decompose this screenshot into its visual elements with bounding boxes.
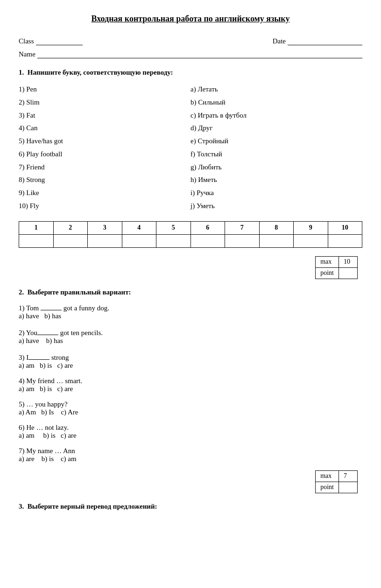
grid-header-9: 9: [294, 221, 328, 234]
list-item: a) Летать: [190, 83, 362, 96]
question-4: 4) My friend … smart. a) am b) is c) are: [19, 377, 362, 393]
score-area-1: max 10 point: [19, 256, 362, 284]
list-item: 6) Play football: [19, 148, 190, 161]
list-item: 2) Slim: [19, 96, 190, 109]
section1: 1. Напишите букву, соответствующую перев…: [19, 69, 362, 284]
date-input[interactable]: [288, 37, 362, 45]
date-field: Date: [273, 37, 362, 45]
vocab-right-col: a) Летать b) Сильный c) Играть в футбол …: [190, 83, 362, 213]
grid-header-3: 3: [88, 221, 122, 234]
point-value-2[interactable]: [339, 482, 358, 493]
list-item: 8) Strong: [19, 174, 190, 187]
class-field: Class: [19, 37, 83, 45]
section2-title: 2. Выберите правильный вариант:: [19, 288, 362, 296]
grid-header-2: 2: [53, 221, 88, 234]
question-6-text: 6) He … not lazy.: [19, 424, 362, 432]
question-1-options: a) have b) has: [19, 312, 362, 320]
grid-header-7: 7: [225, 221, 260, 234]
grid-header-1: 1: [19, 221, 54, 234]
header-row: Class Date: [19, 37, 362, 45]
score-area-2: max 7 point: [19, 470, 362, 498]
score-table-1: max 10 point: [315, 256, 358, 279]
question-2-options: a) have b) has: [19, 337, 362, 345]
list-item: h) Иметь: [190, 174, 362, 187]
answer-cell-7[interactable]: [225, 234, 260, 247]
answer-cell-3[interactable]: [88, 234, 122, 247]
list-item: b) Сильный: [190, 96, 362, 109]
blank-2[interactable]: [37, 328, 58, 335]
answer-grid: 1 2 3 4 5 6 7 8 9 10: [19, 221, 362, 248]
answer-cell-6[interactable]: [190, 234, 225, 247]
page-title: Входная контрольная работа по английском…: [19, 14, 362, 24]
grid-header-8: 8: [259, 221, 294, 234]
vocab-table: 1) Pen 2) Slim 3) Fat 4) Can 5) Have/has…: [19, 83, 362, 213]
question-3-options: a) am b) is c) are: [19, 362, 362, 370]
section2-number: 2.: [19, 288, 24, 296]
question-2: 2) You got ten pencils. a) have b) has: [19, 328, 362, 345]
list-item: e) Стройный: [190, 135, 362, 148]
vocab-left-col: 1) Pen 2) Slim 3) Fat 4) Can 5) Have/has…: [19, 83, 190, 213]
list-item: 1) Pen: [19, 83, 190, 96]
grid-header-6: 6: [190, 221, 225, 234]
list-item: 3) Fat: [19, 109, 190, 122]
section3-title: 3. Выберите верный перевод предложений:: [19, 503, 362, 511]
grid-header-4: 4: [122, 221, 156, 234]
question-1-text: 1) Tom got a funny dog.: [19, 303, 362, 312]
list-item: f) Толстый: [190, 148, 362, 161]
date-label: Date: [273, 37, 286, 45]
list-item: g) Любить: [190, 161, 362, 174]
blank-1[interactable]: [41, 303, 62, 310]
question-1: 1) Tom got a funny dog. a) have b) has: [19, 303, 362, 320]
question-3-text: 3) I strong: [19, 352, 362, 362]
list-item: 4) Can: [19, 122, 190, 135]
question-7-options: a) are b) is c) am: [19, 455, 362, 463]
max-label-2: max: [316, 470, 339, 482]
name-row: Name: [19, 50, 362, 58]
class-input[interactable]: [36, 37, 83, 45]
point-label-2: point: [316, 482, 339, 493]
question-6-options: a) am b) is c) are: [19, 432, 362, 440]
section2-instruction: Выберите правильный вариант:: [28, 288, 131, 296]
question-7: 7) My name … Ann a) are b) is c) am: [19, 447, 362, 463]
answer-cell-2[interactable]: [53, 234, 88, 247]
answer-cell-9[interactable]: [294, 234, 328, 247]
answer-cell-5[interactable]: [156, 234, 191, 247]
section1-title: 1. Напишите букву, соответствующую перев…: [19, 69, 362, 77]
question-5: 5) … you happy? a) Am b) Is c) Are: [19, 400, 362, 416]
question-3: 3) I strong a) am b) is c) are: [19, 352, 362, 370]
list-item: 10) Fly: [19, 200, 190, 213]
question-5-text: 5) … you happy?: [19, 400, 362, 408]
class-label: Class: [19, 37, 34, 45]
list-item: 5) Have/has got: [19, 135, 190, 148]
answer-cell-1[interactable]: [19, 234, 54, 247]
answer-cell-4[interactable]: [122, 234, 156, 247]
section3-instruction: Выберите верный перевод предложений:: [28, 503, 157, 510]
point-label-1: point: [316, 267, 339, 279]
list-item: 7) Friend: [19, 161, 190, 174]
question-4-options: a) am b) is c) are: [19, 385, 362, 393]
question-6: 6) He … not lazy. a) am b) is c) are: [19, 424, 362, 440]
grid-header-5: 5: [156, 221, 191, 234]
blank-3[interactable]: [28, 352, 49, 360]
list-item: 9) Like: [19, 187, 190, 200]
answer-cell-8[interactable]: [259, 234, 294, 247]
section2: 2. Выберите правильный вариант: 1) Tom g…: [19, 288, 362, 498]
question-2-text: 2) You got ten pencils.: [19, 328, 362, 337]
max-label-1: max: [316, 256, 339, 267]
max-value-1: 10: [339, 256, 358, 267]
score-table-2: max 7 point: [315, 470, 358, 493]
list-item: j) Уметь: [190, 200, 362, 213]
answer-cell-10[interactable]: [328, 234, 362, 247]
list-item: d) Друг: [190, 122, 362, 135]
section1-number: 1.: [19, 69, 24, 76]
question-7-text: 7) My name … Ann: [19, 447, 362, 455]
section3: 3. Выберите верный перевод предложений:: [19, 503, 362, 511]
name-input[interactable]: [37, 50, 362, 58]
list-item: i) Ручка: [190, 187, 362, 200]
section3-number: 3.: [19, 503, 24, 510]
grid-header-10: 10: [328, 221, 362, 234]
question-4-text: 4) My friend … smart.: [19, 377, 362, 385]
point-value-1[interactable]: [339, 267, 358, 279]
section1-instruction: Напишите букву, соответствующую переводу…: [28, 69, 173, 76]
max-value-2: 7: [339, 470, 358, 482]
